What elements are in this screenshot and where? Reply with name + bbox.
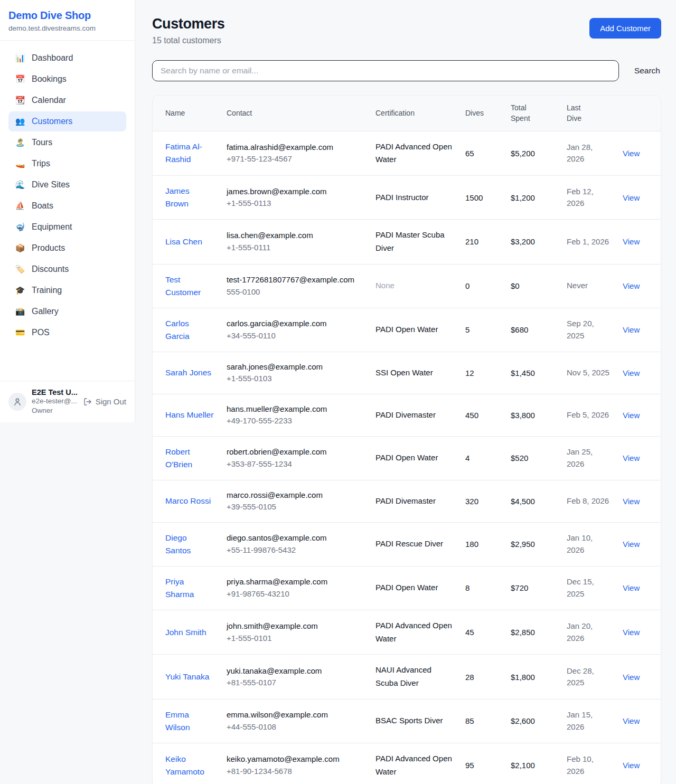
sidebar-item-label: Bookings — [32, 74, 67, 84]
view-customer-link[interactable]: View — [623, 716, 640, 725]
view-customer-link[interactable]: View — [623, 193, 640, 202]
customer-certification: PADI Rescue Diver — [375, 537, 453, 551]
sidebar-item-label: Customers — [32, 117, 72, 126]
view-customer-link[interactable]: View — [623, 761, 640, 770]
sidebar-item-label: Gallery — [32, 307, 59, 316]
view-customer-link[interactable]: View — [623, 583, 640, 592]
sidebar-item[interactable]: ⛵ Boats — [8, 196, 126, 216]
customer-phone: +55-11-99876-5432 — [227, 544, 363, 556]
sidebar-item[interactable]: 📸 Gallery — [8, 301, 126, 322]
sidebar-item[interactable]: 📅 Bookings — [8, 69, 126, 89]
customer-name-link[interactable]: Robert O'Brien — [165, 447, 192, 469]
sidebar-item-label: Discounts — [32, 265, 69, 274]
view-customer-link[interactable]: View — [623, 369, 640, 377]
customer-certification: PADI Divemaster — [375, 495, 453, 508]
view-customer-link[interactable]: View — [623, 149, 640, 158]
customer-certification: PADI Advanced Open Water — [375, 752, 453, 779]
customer-last-dive: Nov 5, 2025 — [567, 367, 610, 379]
search-input[interactable] — [152, 60, 619, 81]
sidebar-item[interactable]: 📦 Products — [8, 238, 126, 258]
customer-name-link[interactable]: Marco Rossi — [165, 496, 211, 505]
sidebar-item[interactable]: 💳 POS — [8, 323, 126, 343]
nav-item-icon: 🤿 — [15, 222, 25, 232]
customer-phone: +81-90-1234-5678 — [227, 766, 363, 778]
customer-email: james.brown@example.com — [227, 186, 363, 198]
view-customer-link[interactable]: View — [623, 325, 640, 334]
customer-last-dive: Never — [567, 280, 610, 292]
customer-name-link[interactable]: Diego Santos — [165, 533, 191, 555]
customer-name-link[interactable]: Lisa Chen — [165, 237, 202, 246]
view-customer-link[interactable]: View — [623, 237, 640, 246]
table-row: Keiko Yamamoto keiko.yamamoto@example.co… — [153, 743, 661, 784]
sign-out-button[interactable]: Sign Out — [83, 397, 126, 406]
table-row: Priya Sharma priya.sharma@example.com +9… — [153, 566, 661, 610]
nav-item-icon: 🌊 — [15, 180, 25, 190]
view-customer-link[interactable]: View — [623, 497, 640, 506]
customer-name-link[interactable]: Fatima Al-Rashid — [165, 142, 202, 164]
sidebar-item[interactable]: 🎓 Training — [8, 280, 126, 300]
customer-phone: +1-555-0103 — [227, 373, 363, 385]
customer-dives: 180 — [465, 540, 478, 549]
sidebar: Demo Dive Shop demo.test.divestreams.com… — [0, 0, 135, 422]
customer-total-spent: $0 — [511, 281, 520, 290]
view-customer-link[interactable]: View — [623, 540, 640, 549]
customer-email: sarah.jones@example.com — [227, 361, 363, 373]
add-customer-button[interactable]: Add Customer — [589, 18, 661, 39]
customer-phone: +39-555-0105 — [227, 501, 363, 513]
nav-item-icon: ⛵ — [15, 201, 25, 211]
shop-domain: demo.test.divestreams.com — [8, 24, 126, 32]
customer-name-link[interactable]: James Brown — [165, 186, 190, 208]
sidebar-item-label: Trips — [32, 159, 50, 168]
customer-dives: 45 — [465, 628, 474, 637]
page-header: Customers 15 total customers Add Custome… — [152, 16, 661, 45]
customer-last-dive: Feb 10, 2026 — [567, 753, 610, 777]
customer-name-link[interactable]: Carlos Garcia — [165, 319, 190, 341]
customer-dives: 1500 — [465, 193, 483, 202]
customer-email: diego.santos@example.com — [227, 532, 363, 544]
customer-certification: SSI Open Water — [375, 366, 453, 380]
customer-dives: 4 — [465, 454, 470, 462]
customer-name-link[interactable]: Priya Sharma — [165, 577, 194, 599]
main-content: Customers 15 total customers Add Custome… — [135, 0, 676, 784]
table-row: Carlos Garcia carlos.garcia@example.com … — [153, 308, 661, 352]
customer-dives: 95 — [465, 761, 474, 770]
view-customer-link[interactable]: View — [623, 454, 640, 462]
customer-name-link[interactable]: Hans Mueller — [165, 410, 213, 419]
customer-certification: PADI Master Scuba Diver — [375, 229, 453, 255]
sidebar-item[interactable]: 🏷️ Discounts — [8, 259, 126, 279]
customer-total-spent: $1,450 — [511, 369, 535, 377]
sidebar-item[interactable]: 🤿 Equipment — [8, 217, 126, 237]
customer-total-spent: $3,200 — [511, 237, 535, 246]
customer-last-dive: Jan 10, 2026 — [567, 532, 610, 556]
customer-certification: PADI Divemaster — [375, 409, 453, 422]
customer-name-link[interactable]: John Smith — [165, 628, 206, 637]
sidebar-item[interactable]: 👥 Customers — [8, 111, 126, 131]
sign-out-icon — [83, 398, 92, 406]
customer-name-link[interactable]: Emma Wilson — [165, 710, 190, 732]
customer-name-link[interactable]: Sarah Jones — [165, 368, 211, 377]
sidebar-item[interactable]: 📆 Calendar — [8, 90, 126, 110]
view-customer-link[interactable]: View — [623, 411, 640, 420]
customer-total-spent: $1,800 — [511, 673, 535, 682]
customer-name-link[interactable]: Keiko Yamamoto — [165, 754, 204, 776]
view-customer-link[interactable]: View — [623, 673, 640, 682]
customer-last-dive: Jan 20, 2026 — [567, 620, 610, 644]
customer-name-link[interactable]: Yuki Tanaka — [165, 672, 209, 681]
sidebar-item-label: Equipment — [32, 222, 72, 232]
customer-dives: 5 — [465, 325, 470, 334]
sidebar-item[interactable]: 🚤 Trips — [8, 154, 126, 174]
col-header-dives: Dives — [459, 96, 504, 131]
sidebar-item[interactable]: 🏝️ Tours — [8, 133, 126, 153]
view-customer-link[interactable]: View — [623, 281, 640, 290]
customer-total-spent: $2,600 — [511, 716, 535, 725]
person-icon — [13, 397, 22, 407]
customer-name-link[interactable]: Test Customer — [165, 275, 201, 297]
sidebar-item[interactable]: 📊 Dashboard — [8, 48, 126, 68]
sidebar-item[interactable]: 🌊 Dive Sites — [8, 175, 126, 195]
search-button[interactable]: Search — [633, 62, 661, 80]
view-customer-link[interactable]: View — [623, 628, 640, 637]
customer-last-dive: Jan 25, 2026 — [567, 446, 610, 470]
sidebar-item-label: Dive Sites — [32, 180, 70, 190]
avatar — [8, 393, 26, 411]
user-section: E2E Test U... e2e-tester@... Owner Sign … — [0, 381, 135, 422]
